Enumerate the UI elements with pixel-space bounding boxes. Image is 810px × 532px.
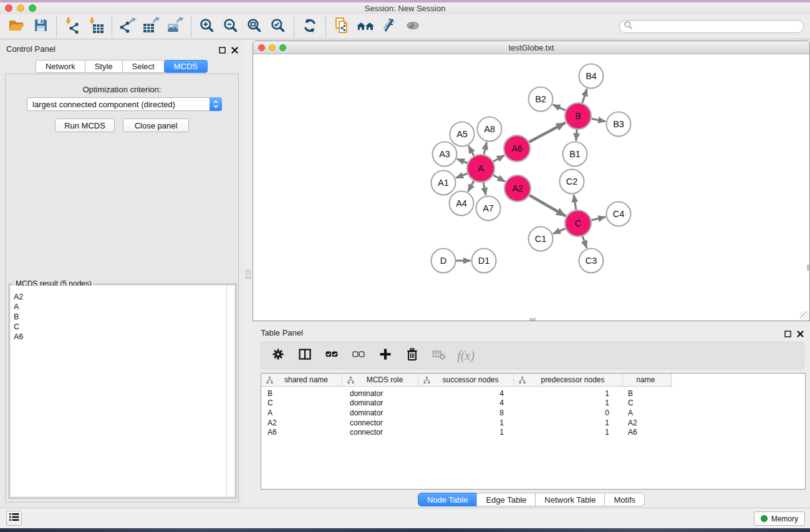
- table-cell-successor-nodes[interactable]: 8: [418, 409, 514, 417]
- mcds-result-item[interactable]: C: [11, 322, 226, 332]
- network-view-window[interactable]: testGlobe.txt AA1A2A3A4A5A6A7A8BB1B2B3B4…: [253, 41, 810, 321]
- graph-edge-A-A5[interactable]: [468, 146, 474, 156]
- deselect-all-button[interactable]: [350, 347, 367, 364]
- table-row[interactable]: Bdominator41B: [261, 389, 805, 399]
- graph-node-C1[interactable]: C1: [529, 227, 553, 251]
- graph-node-D[interactable]: D: [432, 249, 456, 273]
- graph-edge-B-B3[interactable]: [592, 118, 605, 121]
- task-history-button[interactable]: [6, 511, 22, 526]
- panel-splitter-handle[interactable]: [246, 270, 251, 279]
- network-window-titlebar[interactable]: testGlobe.txt: [253, 41, 809, 54]
- column-header-successor-nodes[interactable]: successor nodes: [418, 374, 514, 386]
- zoom-window-button[interactable]: [29, 4, 36, 12]
- graph-edge-A-A1[interactable]: [456, 173, 467, 178]
- zoom-selected-button[interactable]: [266, 16, 290, 38]
- import-network-button[interactable]: [60, 16, 84, 38]
- table-cell-successor-nodes[interactable]: 1: [418, 418, 514, 427]
- control-tab-style[interactable]: Style: [85, 60, 123, 73]
- table-cell-mcds-role[interactable]: connector: [342, 418, 418, 427]
- table-row[interactable]: A6connector11A6: [261, 427, 805, 437]
- graph-node-B4[interactable]: B4: [579, 64, 604, 89]
- minimize-window-button[interactable]: [17, 4, 24, 12]
- graph-edge-A-A6[interactable]: [493, 155, 504, 162]
- table-cell-name[interactable]: B: [623, 389, 672, 398]
- resize-grip-icon[interactable]: [800, 311, 809, 320]
- table-cell-predecessor-nodes[interactable]: 1: [514, 389, 623, 398]
- table-row[interactable]: Cdominator41C: [261, 399, 805, 409]
- network-close-button[interactable]: [258, 44, 265, 51]
- close-panel-icon[interactable]: [231, 45, 238, 56]
- table-cell-shared-name[interactable]: A: [261, 409, 342, 417]
- graph-edge-C-C1[interactable]: [553, 228, 566, 233]
- network-zoom-button[interactable]: [279, 44, 286, 51]
- graph-node-C2[interactable]: C2: [560, 170, 584, 194]
- zoom-out-button[interactable]: [219, 16, 243, 38]
- graph-edge-A-A2[interactable]: [493, 175, 505, 181]
- table-cell-successor-nodes[interactable]: 4: [418, 399, 514, 407]
- graph-edge-A6-B[interactable]: [529, 123, 565, 142]
- graph-edge-B-B1[interactable]: [576, 130, 577, 141]
- table-cell-predecessor-nodes[interactable]: 1: [514, 418, 623, 427]
- graph-node-D1[interactable]: D1: [472, 249, 496, 273]
- graph-node-B3[interactable]: B3: [607, 112, 631, 137]
- graph-node-C4[interactable]: C4: [607, 202, 631, 226]
- graph-node-B2[interactable]: B2: [529, 87, 553, 112]
- table-cell-predecessor-nodes[interactable]: 1: [514, 428, 623, 437]
- table-cell-shared-name[interactable]: A6: [261, 428, 342, 437]
- delete-column-button[interactable]: [404, 347, 420, 364]
- search-input[interactable]: [633, 21, 803, 32]
- table-cell-mcds-role[interactable]: dominator: [342, 399, 418, 407]
- graph-node-A5[interactable]: A5: [450, 122, 475, 147]
- tab-edge-table[interactable]: Edge Table: [476, 493, 536, 506]
- mcds-result-item[interactable]: A6: [11, 332, 226, 342]
- tab-motifs[interactable]: Motifs: [604, 493, 645, 506]
- graph-node-A6[interactable]: A6: [504, 135, 530, 162]
- graph-node-C3[interactable]: C3: [579, 249, 604, 273]
- graph-node-A2[interactable]: A2: [504, 175, 531, 201]
- network-graph[interactable]: AA1A2A3A4A5A6A7A8BB1B2B3B4CC1C2C3C4DD1: [253, 55, 809, 321]
- duplicate-network-button[interactable]: [330, 16, 354, 38]
- zoom-fit-button[interactable]: [243, 16, 266, 38]
- refresh-button[interactable]: [298, 16, 322, 38]
- table-cell-name[interactable]: A: [623, 409, 672, 417]
- table-cell-predecessor-nodes[interactable]: 0: [514, 409, 623, 417]
- horizontal-scroll-thumb[interactable]: [529, 318, 536, 321]
- graph-node-A4[interactable]: A4: [450, 191, 474, 216]
- graph-edge-B-B4[interactable]: [582, 89, 587, 103]
- tab-network-table[interactable]: Network Table: [535, 493, 605, 506]
- control-tab-network[interactable]: Network: [36, 60, 85, 73]
- table-cell-name[interactable]: A2: [623, 418, 672, 427]
- table-cell-shared-name[interactable]: C: [261, 399, 342, 407]
- close-panel-icon[interactable]: [797, 329, 804, 340]
- graph-edge-A-A8[interactable]: [484, 142, 486, 155]
- criterion-dropdown[interactable]: largest connected component (directed): [27, 97, 222, 111]
- hide-graphics-details-button[interactable]: [377, 16, 401, 38]
- float-panel-icon[interactable]: [784, 329, 791, 340]
- table-cell-successor-nodes[interactable]: 1: [418, 428, 514, 437]
- table-cell-successor-nodes[interactable]: 4: [418, 389, 514, 398]
- mcds-result-item[interactable]: A2: [11, 292, 226, 302]
- tab-node-table[interactable]: Node Table: [418, 493, 478, 506]
- network-canvas[interactable]: AA1A2A3A4A5A6A7A8BB1B2B3B4CC1C2C3C4DD1: [253, 55, 809, 321]
- open-session-button[interactable]: [5, 16, 29, 38]
- graph-node-A[interactable]: A: [467, 155, 494, 182]
- graph-edge-A2-C[interactable]: [529, 195, 566, 216]
- table-cell-name[interactable]: A6: [623, 428, 672, 437]
- toolbar-search-field[interactable]: [619, 20, 804, 33]
- graph-node-A7[interactable]: A7: [476, 196, 501, 221]
- show-graphics-details-button[interactable]: [401, 16, 425, 38]
- column-header-mcds-role[interactable]: MCDS role: [342, 374, 418, 386]
- column-header-name[interactable]: name: [623, 374, 672, 386]
- graph-node-A1[interactable]: A1: [432, 171, 456, 195]
- table-cell-name[interactable]: C: [623, 399, 672, 407]
- float-panel-icon[interactable]: [219, 45, 226, 56]
- vertical-scroll-thumb[interactable]: [807, 264, 809, 271]
- control-tab-select[interactable]: Select: [122, 60, 165, 73]
- run-mcds-button[interactable]: Run MCDS: [55, 118, 115, 132]
- mcds-result-item[interactable]: B: [11, 312, 226, 322]
- table-cell-mcds-role[interactable]: dominator: [342, 389, 418, 398]
- memory-button[interactable]: Memory: [754, 511, 805, 526]
- table-cell-predecessor-nodes[interactable]: 1: [514, 399, 623, 407]
- delete-table-button[interactable]: [431, 347, 447, 364]
- graph-node-A3[interactable]: A3: [433, 142, 457, 167]
